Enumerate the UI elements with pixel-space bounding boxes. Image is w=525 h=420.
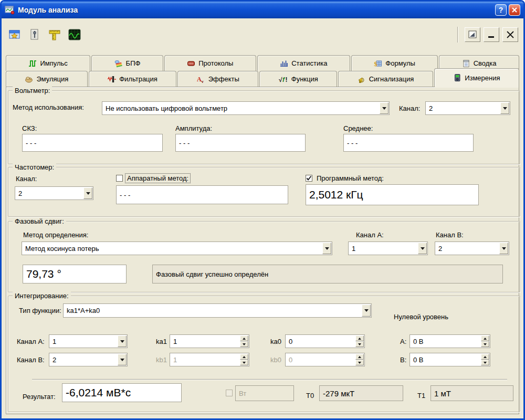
voltmeter-channel-select[interactable]: 2 — [425, 101, 510, 115]
tab-label: Импульс — [40, 59, 67, 67]
result-field[interactable]: -6,0214 мВ*с — [62, 383, 182, 402]
hardware-method-checkbox[interactable] — [116, 175, 123, 182]
result-value: -6,0214 мВ*с — [66, 386, 131, 399]
oscilloscope-button[interactable] — [67, 27, 82, 43]
tab-bpf[interactable]: БПФ — [91, 55, 163, 71]
toolbar-separator — [457, 27, 458, 43]
tab-signaling[interactable]: Сигнализация — [338, 71, 433, 87]
phase-channel-b-select[interactable]: 2 — [435, 242, 509, 255]
tab-measurements[interactable]: Измерения — [434, 68, 519, 87]
summary-icon — [462, 59, 470, 68]
kb1-label: kb1 — [156, 356, 167, 364]
rms-field[interactable]: - - - — [22, 134, 163, 152]
integration-group-label: Интегрирование: — [13, 292, 71, 300]
tab-label: Измерения — [465, 74, 500, 82]
amplitude-field[interactable]: - - - — [175, 134, 306, 152]
ka0-label: ka0 — [270, 338, 281, 345]
rms-value: - - - — [26, 139, 36, 147]
frequency-meter-group: Частотомер: Канал: 2 Аппаратный метод: -… — [8, 167, 520, 217]
tab-emulation[interactable]: Эмуляция — [6, 71, 88, 87]
software-method-checkbox[interactable] — [306, 175, 312, 182]
amplitude-label: Амплитуда: — [175, 124, 212, 132]
journal-button[interactable] — [27, 27, 43, 43]
phase-result-field[interactable]: 79,73 ° — [23, 265, 127, 284]
chevron-down-icon[interactable] — [418, 243, 427, 254]
spin-up-icon[interactable] — [355, 335, 364, 341]
zero-a-spinner[interactable]: 0 В — [410, 334, 490, 348]
preview-button[interactable] — [465, 27, 480, 42]
tab-filtration[interactable]: Фильтрация — [89, 71, 177, 87]
measurements-tab-page: Вольтметр: Метод использования: Не испол… — [6, 87, 519, 414]
chevron-down-icon[interactable] — [362, 304, 371, 317]
tab-label: Формулы — [385, 59, 415, 67]
kb0-value: 0 — [289, 356, 292, 364]
close-button[interactable] — [509, 4, 520, 16]
phase-method-label: Метод определения: — [23, 231, 88, 239]
software-method-field[interactable]: 2,5012 кГц — [306, 184, 479, 205]
tab-statistics[interactable]: Статистика — [257, 55, 350, 71]
ka0-spinner[interactable]: 0 — [285, 334, 365, 348]
phase-channel-a-label: Канал A: — [356, 231, 384, 239]
hardware-method-field[interactable]: - - - — [116, 185, 288, 204]
chevron-down-icon[interactable] — [500, 102, 509, 114]
tab-label: Протоколы — [198, 59, 233, 67]
spin-up-icon[interactable] — [240, 335, 248, 341]
t0-label: T0 — [306, 392, 314, 400]
tab-label: Сводка — [474, 59, 497, 67]
oscilloscope-icon — [68, 28, 81, 41]
pulse-icon — [28, 59, 37, 68]
mean-field[interactable]: - - - — [343, 134, 474, 152]
result-label: Результат: — [23, 393, 56, 401]
software-method-label[interactable]: Программный метод: — [317, 174, 384, 182]
phase-method-select[interactable]: Метод косинуса потерь — [22, 242, 332, 255]
chevron-down-icon[interactable] — [118, 335, 127, 347]
tab-function[interactable]: √f! Функция — [259, 71, 337, 87]
ka1-spinner[interactable]: 1 — [170, 334, 249, 348]
tab-formulas[interactable]: $ Формулы — [351, 55, 438, 71]
chevron-down-icon[interactable] — [118, 354, 127, 365]
spin-down-icon — [240, 360, 248, 365]
spin-down-icon[interactable] — [481, 360, 489, 365]
frequency-meter-group-label: Частотомер: — [13, 163, 56, 171]
spin-up-icon[interactable] — [481, 335, 489, 341]
signaling-icon — [358, 75, 366, 83]
analysis-module-window: Модуль анализа ? — [0, 0, 525, 420]
minimize-button[interactable] — [484, 27, 499, 42]
phase-shift-group: Фазовый сдвиг: Метод определения: Метод … — [8, 221, 520, 292]
tab-protocols[interactable]: Протоколы — [164, 55, 256, 71]
phase-result-value: 79,73 ° — [26, 268, 61, 280]
voltmeter-method-select[interactable]: Не использовать цифровой вольтметр — [102, 101, 390, 115]
titlebar: Модуль анализа ? — [2, 2, 523, 18]
int-channel-b-select[interactable]: 2 — [49, 353, 128, 366]
close-window-button[interactable] — [502, 27, 518, 42]
spin-up-icon[interactable] — [481, 354, 489, 360]
zero-a-label: A: — [400, 338, 406, 345]
window-star-button[interactable] — [7, 27, 23, 43]
help-button[interactable]: ? — [495, 4, 507, 16]
phase-channel-a-select[interactable]: 1 — [348, 242, 428, 255]
chevron-down-icon[interactable] — [83, 187, 92, 199]
tab-label: Функция — [291, 75, 318, 83]
freq-channel-select[interactable]: 2 — [15, 186, 93, 200]
zero-b-spinner[interactable]: 0 В — [410, 353, 490, 366]
chevron-down-icon[interactable] — [380, 102, 388, 114]
spin-down-icon[interactable] — [240, 341, 248, 347]
tab-effects[interactable]: Av Эффекты — [177, 71, 258, 87]
ruler-button[interactable] — [47, 27, 62, 43]
int-channel-a-select[interactable]: 1 — [49, 334, 128, 348]
mean-label: Среднее: — [343, 124, 373, 132]
spin-down-icon[interactable] — [481, 341, 489, 347]
int-channel-b-value: 2 — [52, 356, 56, 364]
hardware-method-label[interactable]: Аппаратный метод: — [125, 174, 190, 183]
chevron-down-icon[interactable] — [322, 243, 331, 254]
tab-label: Статистика — [291, 59, 327, 67]
kb1-spinner: 1 — [170, 353, 249, 366]
spin-down-icon[interactable] — [355, 341, 364, 347]
svg-text:$: $ — [374, 60, 377, 67]
svg-text:√: √ — [279, 76, 282, 83]
function-type-select[interactable]: ka1*A+ka0 — [63, 303, 372, 318]
freq-channel-value: 2 — [18, 190, 22, 197]
tab-impuls[interactable]: Импульс — [6, 55, 90, 71]
spin-up-icon — [355, 354, 364, 360]
chevron-down-icon[interactable] — [499, 243, 508, 254]
